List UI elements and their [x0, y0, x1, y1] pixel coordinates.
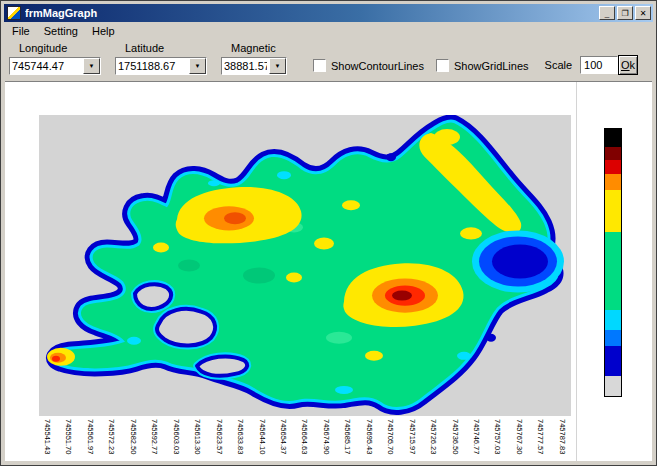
green-shade: [326, 332, 352, 344]
navy-dot: [486, 334, 496, 342]
window-title: frmMagGraph: [25, 7, 599, 19]
app-window: frmMagGraph _ ❐ ✕ FileSettingHelp Longit…: [0, 0, 657, 466]
x-tick-label: 745582.50: [128, 419, 138, 454]
legend-segment: [605, 346, 621, 376]
left-hotspot-red: [52, 356, 60, 362]
green-shade: [243, 268, 275, 284]
x-tick-label: 745757.03: [492, 419, 502, 454]
x-tick-label: 745561.97: [85, 419, 95, 454]
blue-anomaly-core: [492, 244, 548, 278]
window-controls: _ ❐ ✕: [599, 6, 651, 20]
toolbar-fields: Longitude▼Latitude▼Magnetic▼: [9, 41, 301, 79]
maximize-button[interactable]: ❐: [617, 6, 633, 20]
toolbar-checkboxes: ShowContourLinesShowGridLines: [301, 41, 529, 79]
scale-label: Scale: [545, 59, 573, 71]
legend-segment: [605, 376, 621, 396]
x-tick-label: 745654.37: [278, 419, 288, 454]
yellow-speck: [365, 351, 383, 361]
yellow-speck: [434, 129, 460, 145]
x-tick-label: 745767.30: [514, 419, 524, 454]
magnetic-dropdown-button[interactable]: ▼: [269, 58, 286, 74]
ok-button[interactable]: Ok: [618, 55, 638, 75]
darkred-center: [392, 291, 412, 301]
legend-segment: [605, 174, 621, 190]
x-tick-label: 745777.57: [535, 419, 545, 454]
x-tick-label: 745613.30: [192, 419, 202, 454]
yellow-speck: [342, 200, 360, 210]
hole: [135, 284, 171, 309]
latitude-label: Latitude: [125, 42, 207, 54]
longitude-combobox[interactable]: ▼: [9, 57, 101, 75]
chevron-down-icon: ▼: [275, 63, 281, 69]
x-tick-label: 745705.70: [385, 419, 395, 454]
x-tick-label: 745644.10: [257, 419, 267, 454]
longitude-label: Longitude: [19, 42, 101, 54]
show-grid-lines-checkbox[interactable]: ShowGridLines: [436, 59, 529, 72]
show-contour-lines-checkbox-box[interactable]: [313, 59, 326, 72]
legend-segment: [605, 232, 621, 310]
longitude-dropdown-button[interactable]: ▼: [83, 58, 100, 74]
hole: [197, 356, 247, 375]
close-icon: ✕: [640, 9, 647, 18]
magnetic-label: Magnetic: [231, 42, 287, 54]
latitude-value[interactable]: [116, 58, 189, 74]
menu-file[interactable]: File: [5, 24, 37, 38]
scale-input[interactable]: [580, 56, 618, 74]
x-tick-label: 745787.83: [557, 419, 567, 454]
heatmap-svg: [39, 115, 571, 416]
legend-segment: [605, 310, 621, 330]
x-tick-label: 745695.43: [364, 419, 374, 454]
hole: [157, 309, 215, 346]
chart-panel: 745541.43745551.70745561.97745572.237455…: [5, 81, 652, 461]
latitude-dropdown-button[interactable]: ▼: [189, 58, 206, 74]
minimize-button[interactable]: _: [599, 6, 615, 20]
chevron-down-icon: ▼: [89, 63, 95, 69]
cyan-speck: [277, 171, 291, 179]
menu-help[interactable]: Help: [85, 24, 122, 38]
yellow-speck: [286, 273, 302, 283]
maximize-icon: ❐: [621, 9, 628, 18]
field-longitude: Longitude▼: [9, 41, 101, 79]
yellow-speck: [314, 237, 334, 249]
x-tick-label: 745736.50: [450, 419, 460, 454]
scale-group: Scale: [545, 56, 619, 74]
yellow-speck: [460, 227, 482, 239]
x-tick-label: 745603.03: [171, 419, 181, 454]
panel-divider: [576, 82, 577, 461]
toolbar: Longitude▼Latitude▼Magnetic▼ ShowContour…: [5, 39, 652, 81]
legend-segment: [605, 129, 621, 147]
magnetic-value[interactable]: [222, 58, 269, 74]
x-tick-label: 745551.70: [63, 419, 73, 454]
menu-bar: FileSettingHelp: [5, 23, 652, 39]
x-tick-label: 745726.23: [428, 419, 438, 454]
show-grid-lines-checkbox-box[interactable]: [436, 59, 449, 72]
x-tick-label: 745674.90: [321, 419, 331, 454]
x-tick-label: 745592.77: [149, 419, 159, 454]
title-bar[interactable]: frmMagGraph _ ❐ ✕: [4, 4, 653, 22]
ok-button-label: Ok: [619, 59, 637, 71]
legend-segment: [605, 330, 621, 346]
green-shade: [178, 259, 200, 271]
x-tick-label: 745572.23: [106, 419, 116, 454]
x-tick-label: 745715.97: [407, 419, 417, 454]
app-icon: [7, 6, 21, 20]
yellow-speck: [153, 242, 169, 252]
latitude-combobox[interactable]: ▼: [115, 57, 207, 75]
x-tick-label: 745623.57: [214, 419, 224, 454]
x-tick-label: 745685.17: [342, 419, 352, 454]
x-axis-labels: 745541.43745551.70745561.97745572.237455…: [39, 418, 571, 464]
close-button[interactable]: ✕: [635, 6, 651, 20]
navy-dot: [386, 153, 396, 161]
show-contour-lines-checkbox[interactable]: ShowContourLines: [313, 59, 424, 72]
heatmap-plot: [39, 115, 571, 416]
cyan-speck: [127, 337, 141, 345]
menu-setting[interactable]: Setting: [37, 24, 85, 38]
x-tick-label: 745633.83: [235, 419, 245, 454]
magnetic-combobox[interactable]: ▼: [221, 57, 287, 75]
legend-segment: [605, 160, 621, 174]
show-contour-lines-label: ShowContourLines: [331, 60, 424, 72]
longitude-value[interactable]: [10, 58, 83, 74]
x-tick-label: 745541.43: [42, 419, 52, 454]
color-legend: [604, 128, 622, 397]
field-magnetic: Magnetic▼: [221, 41, 287, 79]
